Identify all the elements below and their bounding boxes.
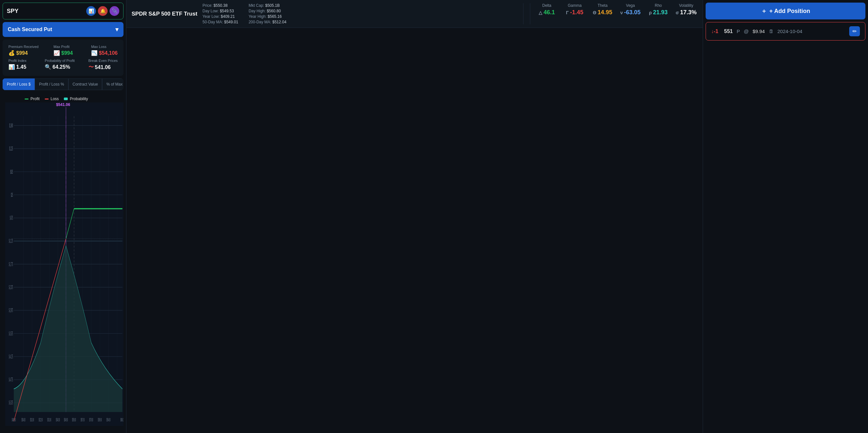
left-panel: 📊 🔔 📎 Cash Secured Put ▾ Premium Receive… [0,0,126,433]
magnify-icon: 🔍 [45,64,51,70]
mktcap-row: Mkt Cap: $505.1B [249,3,286,8]
stat-max-loss-label: Max Loss [91,45,106,49]
svg-text:$585.90: $585.90 [98,417,102,422]
stat-max-profit-value: 📈 $994 [54,50,73,56]
stock-mktcap: $505.1B [265,3,280,8]
greek-delta-value: △ 46.1 [539,9,555,16]
money-icon: 💰 [8,50,15,56]
svg-text:$-3,575: $-3,575 [9,331,13,336]
svg-text:$-575: $-575 [10,215,13,221]
delta-prefix: △ [539,10,544,15]
vega-prefix: ν [620,10,624,15]
svg-text:$606.10: $606.10 [121,417,123,422]
price-row: Price: $550.38 [203,3,238,8]
day-low-row: Day Low: $549.53 [203,9,238,13]
app-layout: 📊 🔔 📎 Cash Secured Put ▾ Premium Receive… [0,0,868,433]
legend-profit-label: Profit [30,97,39,101]
legend-loss-dot [45,98,49,99]
profit-loss-chart: $1,890 $1,225 $625 $25 $-575 $-1,175 $-1… [5,102,123,426]
wave-icon: 〜 [89,64,94,71]
legend-profit: Profit [25,97,39,101]
stat-max-loss-value: 📉 $54,106 [91,50,118,56]
svg-text:$513.90: $513.90 [30,417,34,422]
svg-text:$1,225: $1,225 [9,146,13,152]
vol-prefix: σ [676,10,680,15]
profit-icon: 📈 [54,50,60,56]
greek-vol-value: σ 17.3% [676,9,697,16]
svg-text:$549.90: $549.90 [64,417,68,422]
svg-text:$540.90: $540.90 [56,417,60,422]
strategy-dropdown[interactable]: Cash Secured Put ▾ [3,22,123,37]
position-type: P [737,29,740,34]
stat-premium-value: 💰 $994 [8,50,28,56]
stat-profit-index-label: Profit Index [8,59,27,63]
svg-text:$25: $25 [11,192,13,198]
stock-col-1: Price: $550.38 Day Low: $549.53 Year Low… [203,3,238,24]
greek-vega: Vega ν -63.05 [619,3,642,24]
stock-name-block: SPDR S&P 500 ETF Trust [132,3,197,24]
stat-max-profit: Max Profit 📈 $994 [50,43,80,57]
year-high-row: Year High: $565.16 [249,14,286,19]
stat-profit-index-value: 📊 1.45 [8,64,26,70]
greek-rho-label: Rho [655,3,662,8]
stock-name: SPDR S&P 500 ETF Trust [132,11,197,17]
svg-text:$-4,175: $-4,175 [9,354,13,360]
strategy-label: Cash Secured Put [8,27,52,32]
svg-text:$594.90: $594.90 [106,417,111,422]
greek-vega-value: ν -63.05 [620,9,641,16]
svg-text:$495.90: $495.90 [12,417,16,422]
gamma-prefix: Γ [566,10,570,15]
greek-rho-value: ρ 21.93 [649,9,668,16]
at-sign: @ [744,29,749,34]
greek-gamma: Gamma Γ -1.45 [563,3,586,24]
greek-theta-value: Θ 14.95 [593,9,612,16]
legend-profit-dot [25,98,29,99]
position-direction: ↓-1 [711,29,720,34]
add-position-label: + Add Position [770,8,810,14]
ticker-input[interactable] [7,8,84,14]
greek-vol-label: Volatility [679,3,693,8]
stock-price: $550.38 [214,3,227,8]
center-empty [126,28,703,433]
plus-icon: ＋ [761,7,767,15]
add-position-button[interactable]: ＋ + Add Position [706,3,865,20]
icon-btn-chart[interactable]: 📊 [86,6,96,16]
position-info: 551 P @ $9.94 🗓 2024-10-04 [724,29,845,34]
edit-position-button[interactable]: ✏ [849,26,860,36]
tab-contract-value[interactable]: Contract Value [68,79,102,90]
stat-break-even-label: Break Even Prices [89,59,118,63]
greek-rho: Rho ρ 21.93 [647,3,670,24]
position-price: $9.94 [753,29,765,34]
svg-text:$625: $625 [10,169,13,175]
tab-profit-loss-dollar[interactable]: Profit / Loss $ [3,79,35,90]
icon-btn-alert[interactable]: 🔔 [98,6,107,16]
main-content: SPDR S&P 500 ETF Trust Price: $550.38 Da… [126,0,703,433]
greek-delta-label: Delta [542,3,551,8]
greek-delta: Delta △ 46.1 [535,3,558,24]
stat-break-even-value: 〜 541.06 [89,64,111,71]
stock-day-high: $560.80 [267,9,281,13]
stock-ma50: $549.01 [224,20,238,24]
day-high-row: Day High: $560.80 [249,9,286,13]
svg-text:$-2,375: $-2,375 [9,284,13,290]
ma50-row: 50-Day MA: $549.01 [203,20,238,24]
tab-pct-max-risk[interactable]: % of Max Risk [102,79,123,90]
icon-btn-share[interactable]: 📎 [110,6,119,16]
svg-text:$576.90: $576.90 [89,417,93,422]
stats-row: Premium Received 💰 $994 Max Profit 📈 $99… [3,39,123,76]
legend-prob-dot [64,98,68,100]
stock-details: Price: $550.38 Day Low: $549.53 Year Low… [203,3,517,24]
calendar-icon: 🗓 [769,29,774,34]
stat-premium-label: Premium Received [8,45,38,49]
stat-prob-label: Probability of Profit [45,59,74,63]
tab-profit-loss-pct[interactable]: Profit / Loss % [35,79,68,90]
greeks-block: Delta △ 46.1 Gamma Γ -1.45 Theta Θ 14.95 [530,3,698,24]
chart-legend: Profit Loss Probability [5,95,123,102]
stock-year-low: $409.21 [221,14,235,19]
loss-icon: 📉 [91,50,98,56]
position-contracts: 551 [724,29,733,34]
stat-max-loss: Max Loss 📉 $54,106 [88,43,121,57]
stat-profit-index: Profit Index 📊 1.45 [5,57,34,72]
chart-svg-container: $541.06 [5,102,123,426]
svg-text:$-2,975: $-2,975 [9,308,13,313]
